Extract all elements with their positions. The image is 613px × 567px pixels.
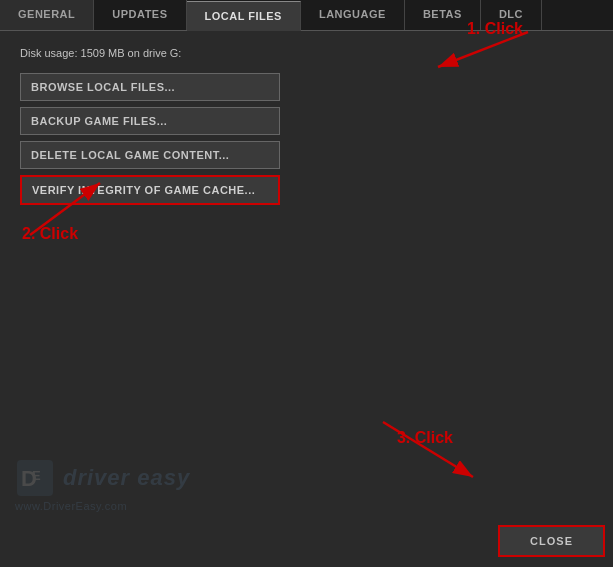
close-button-container: CLOSE: [498, 525, 605, 557]
delete-local-game-content-button[interactable]: DELETE LOCAL GAME CONTENT...: [20, 141, 280, 169]
tab-updates[interactable]: UPDATES: [94, 0, 186, 30]
watermark-url: www.DriverEasy.com: [15, 500, 190, 512]
browse-local-files-button[interactable]: BROWSE LOCAL FILES...: [20, 73, 280, 101]
watermark: D E driver easy www.DriverEasy.com: [15, 458, 190, 512]
svg-text:E: E: [32, 468, 41, 483]
backup-game-files-button[interactable]: BACKUP GAME FILES...: [20, 107, 280, 135]
tab-local-files[interactable]: LOCAL FILES: [187, 1, 301, 31]
arrow3-svg: [363, 412, 513, 492]
close-button[interactable]: CLOSE: [498, 525, 605, 557]
annotation-3: 3. Click: [397, 429, 453, 447]
annotation-1: 1. Click: [467, 20, 523, 38]
watermark-brand: driver easy: [63, 465, 190, 491]
annotation-2: 2. Click: [22, 225, 78, 243]
tab-language[interactable]: LANGUAGE: [301, 0, 405, 30]
tab-general[interactable]: GENERAL: [0, 0, 94, 30]
